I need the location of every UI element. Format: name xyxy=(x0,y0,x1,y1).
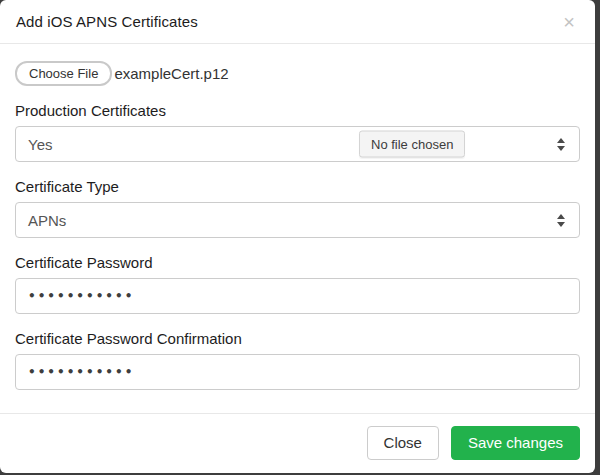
arrow-down-icon xyxy=(557,146,565,151)
label-certificate-password: Certificate Password xyxy=(15,254,580,271)
arrow-up-icon xyxy=(557,138,565,143)
arrow-down-icon xyxy=(557,222,565,227)
select-production-certificates-value: Yes xyxy=(28,136,557,153)
modal-footer: Close Save changes xyxy=(0,413,595,474)
close-icon[interactable]: × xyxy=(559,10,579,34)
certificate-password-input[interactable] xyxy=(15,278,580,314)
label-production-certificates: Production Certificates xyxy=(15,102,580,119)
modal-title: Add iOS APNS Certificates xyxy=(16,13,198,30)
close-button[interactable]: Close xyxy=(367,426,439,461)
file-input-row: Choose File exampleCert.p12 xyxy=(15,61,580,86)
no-file-chosen-tooltip: No file chosen xyxy=(359,131,465,158)
arrow-up-icon xyxy=(557,214,565,219)
label-certificate-password-confirmation: Certificate Password Confirmation xyxy=(15,330,580,347)
modal-dialog: Add iOS APNS Certificates × Choose File … xyxy=(0,0,595,473)
choose-file-button[interactable]: Choose File xyxy=(15,61,112,86)
modal-body: Choose File exampleCert.p12 Production C… xyxy=(0,44,595,413)
modal-header: Add iOS APNS Certificates × xyxy=(0,0,595,44)
save-changes-button[interactable]: Save changes xyxy=(451,426,580,461)
selected-filename: exampleCert.p12 xyxy=(114,65,228,82)
select-stepper-icon xyxy=(557,138,565,151)
select-production-certificates[interactable]: Yes No file chosen xyxy=(15,126,580,162)
select-stepper-icon xyxy=(557,214,565,227)
select-certificate-type[interactable]: APNs xyxy=(15,202,580,238)
label-certificate-type: Certificate Type xyxy=(15,178,580,195)
select-certificate-type-value: APNs xyxy=(28,212,557,229)
certificate-password-confirmation-input[interactable] xyxy=(15,354,580,390)
